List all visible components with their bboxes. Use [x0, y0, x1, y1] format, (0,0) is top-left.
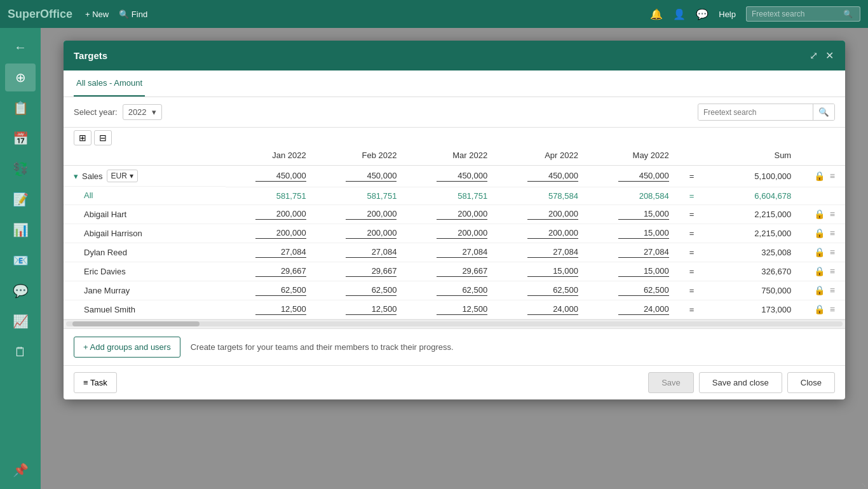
task-button[interactable]: ≡ Task	[74, 372, 117, 393]
lock-icon[interactable]: 🔒	[814, 285, 825, 295]
expand-rows-button[interactable]: ⊞	[74, 130, 92, 145]
jane-murray-apr[interactable]: 62,500	[498, 281, 588, 300]
samuel-smith-feb[interactable]: 12,500	[316, 300, 407, 319]
dylan-reed-may[interactable]: 27,084	[588, 243, 679, 262]
table-row: Abigail Harrison 200,000 200,000 200,000…	[64, 224, 845, 243]
abigail-harrison-jan[interactable]: 200,000	[226, 224, 316, 243]
currency-dropdown[interactable]: EUR ▾	[107, 170, 138, 182]
dylan-reed-mar[interactable]: 27,084	[407, 243, 498, 262]
jane-murray-jan[interactable]: 62,500	[226, 281, 316, 300]
abigail-harrison-actions: 🔒 ≡	[801, 224, 845, 243]
global-search-input[interactable]	[752, 10, 841, 18]
year-dropdown[interactable]: 2022 ▾	[123, 104, 162, 120]
new-button[interactable]: + New	[85, 10, 109, 19]
dylan-reed-feb[interactable]: 27,084	[316, 243, 407, 262]
help-link[interactable]: Help	[719, 10, 736, 19]
menu-icon[interactable]: ≡	[830, 209, 835, 219]
notification-icon[interactable]: 🔔	[650, 8, 663, 20]
sales-apr[interactable]: 450,000	[498, 166, 588, 187]
tab-all-sales-amount[interactable]: All sales - Amount	[74, 70, 145, 97]
jane-murray-mar[interactable]: 62,500	[407, 281, 498, 300]
abigail-hart-may[interactable]: 15,000	[588, 204, 679, 224]
all-equals: =	[679, 187, 705, 204]
save-button[interactable]: Save	[648, 372, 694, 393]
dylan-reed-actions: 🔒 ≡	[801, 243, 845, 262]
table-row: Samuel Smith 12,500 12,500 12,500 24,000…	[64, 300, 845, 319]
add-groups-users-button[interactable]: + Add groups and users	[74, 337, 180, 358]
sidebar-item-tasks[interactable]: 📝	[5, 185, 36, 213]
abigail-hart-jan[interactable]: 200,000	[226, 204, 316, 224]
menu-icon[interactable]: ≡	[830, 228, 835, 238]
messages-icon[interactable]: 💬	[696, 8, 709, 20]
sidebar-item-email[interactable]: 📧	[5, 246, 36, 274]
lock-icon[interactable]: 🔒	[814, 266, 825, 276]
jane-murray-feb[interactable]: 62,500	[316, 281, 407, 300]
sales-mar[interactable]: 450,000	[407, 166, 498, 187]
horizontal-scrollbar[interactable]	[64, 319, 845, 328]
dylan-reed-jan[interactable]: 27,084	[226, 243, 316, 262]
lock-icon[interactable]: 🔒	[814, 247, 825, 257]
sidebar-item-dashboard[interactable]: ⊕	[5, 64, 36, 91]
sidebar-item-note[interactable]: 🗒	[5, 338, 36, 366]
col-feb: Feb 2022	[316, 145, 407, 166]
sidebar-item-chat[interactable]: 💬	[5, 277, 36, 305]
dylan-reed-apr[interactable]: 27,084	[498, 243, 588, 262]
menu-icon[interactable]: ≡	[830, 171, 835, 181]
sales-feb[interactable]: 450,000	[316, 166, 407, 187]
collapse-rows-button[interactable]: ⊟	[94, 130, 112, 145]
sidebar-item-charts[interactable]: 📊	[5, 216, 36, 244]
abigail-hart-apr[interactable]: 200,000	[498, 204, 588, 224]
eric-davies-feb[interactable]: 29,667	[316, 262, 407, 281]
sidebar-item-pin[interactable]: 📌	[5, 456, 36, 484]
global-search-box[interactable]: 🔍	[746, 6, 860, 22]
save-and-close-button[interactable]: Save and close	[699, 372, 782, 393]
lock-icon[interactable]: 🔒	[814, 171, 825, 181]
row-abigail-harrison-name: Abigail Harrison	[64, 224, 226, 243]
abigail-harrison-mar[interactable]: 200,000	[407, 224, 498, 243]
samuel-smith-may[interactable]: 24,000	[588, 300, 679, 319]
eric-davies-jan[interactable]: 29,667	[226, 262, 316, 281]
samuel-smith-apr[interactable]: 24,000	[498, 300, 588, 319]
eric-davies-may[interactable]: 15,000	[588, 262, 679, 281]
expand-sales-icon[interactable]: ▾	[74, 171, 78, 181]
eric-davies-apr[interactable]: 15,000	[498, 262, 588, 281]
find-button[interactable]: 🔍 Find	[119, 10, 147, 19]
samuel-smith-jan[interactable]: 12,500	[226, 300, 316, 319]
sales-jan[interactable]: 450,000	[226, 166, 316, 187]
sidebar-item-arrow-left[interactable]: ←	[5, 33, 36, 61]
lock-icon[interactable]: 🔒	[814, 209, 825, 219]
table-scroll[interactable]: Jan 2022 Feb 2022 Mar 2022 Apr 2022 May …	[64, 145, 845, 319]
close-button[interactable]: Close	[787, 372, 835, 393]
eric-davies-sum: 326,670	[704, 262, 801, 281]
abigail-harrison-apr[interactable]: 200,000	[498, 224, 588, 243]
logo: SuperOffice	[8, 8, 72, 21]
menu-icon[interactable]: ≡	[830, 304, 835, 314]
lock-icon[interactable]: 🔒	[814, 228, 825, 238]
menu-icon[interactable]: ≡	[830, 266, 835, 276]
lock-icon[interactable]: 🔒	[814, 304, 825, 314]
sidebar-item-calendar[interactable]: 📅	[5, 124, 36, 152]
chevron-down-icon: ▾	[130, 171, 133, 180]
expand-button[interactable]: ⤢	[808, 48, 819, 63]
sidebar-item-graph[interactable]: 📈	[5, 307, 36, 335]
menu-icon[interactable]: ≡	[830, 285, 835, 295]
abigail-hart-feb[interactable]: 200,000	[316, 204, 407, 224]
freetext-search-input[interactable]	[698, 105, 813, 120]
eric-davies-mar[interactable]: 29,667	[407, 262, 498, 281]
jane-murray-may[interactable]: 62,500	[588, 281, 679, 300]
sales-may[interactable]: 450,000	[588, 166, 679, 187]
resize-handle[interactable]: ⤡	[859, 480, 868, 489]
avatar-icon[interactable]: 👤	[673, 8, 686, 20]
close-modal-button[interactable]: ✕	[824, 48, 835, 63]
samuel-smith-mar[interactable]: 12,500	[407, 300, 498, 319]
logo-text: SuperOffice	[8, 8, 72, 21]
abigail-hart-mar[interactable]: 200,000	[407, 204, 498, 224]
chevron-down-icon: ▾	[152, 107, 156, 117]
sidebar-item-contacts[interactable]: 📋	[5, 94, 36, 122]
freetext-search-button[interactable]: 🔍	[813, 104, 834, 120]
freetext-search-box[interactable]: 🔍	[698, 104, 835, 121]
abigail-harrison-feb[interactable]: 200,000	[316, 224, 407, 243]
menu-icon[interactable]: ≡	[830, 247, 835, 257]
sidebar-item-currency[interactable]: 💱	[5, 155, 36, 183]
abigail-harrison-may[interactable]: 15,000	[588, 224, 679, 243]
